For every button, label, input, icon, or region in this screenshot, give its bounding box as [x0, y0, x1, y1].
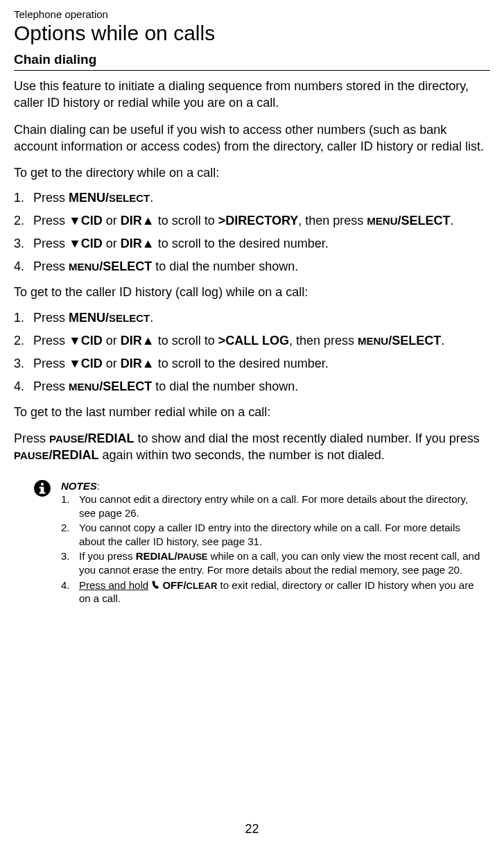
redial-paragraph: Press PAUSE/REDIAL to show and dial the …	[14, 430, 490, 464]
page-number: 22	[0, 822, 504, 837]
list-item: 2. Press ▼CID or DIR▲ to scroll to >CALL…	[14, 334, 490, 348]
calllog-steps: 1. Press MENU/SELECT. 2. Press ▼CID or D…	[14, 311, 490, 394]
list-item: 1. Press MENU/SELECT.	[14, 311, 490, 325]
list-text: Press ▼CID or DIR▲ to scroll to the desi…	[33, 357, 490, 371]
notes-block: NOTES: 1. You cannot edit a directory en…	[14, 479, 490, 607]
list-text: Press ▼CID or DIR▲ to scroll to >DIRECTO…	[33, 214, 490, 228]
list-text: Press ▼CID or DIR▲ to scroll to >CALL LO…	[33, 334, 490, 348]
intro-paragraph-2: Chain dialing can be useful if you wish …	[14, 121, 490, 155]
list-number: 4.	[14, 379, 33, 394]
list-number: 4.	[14, 259, 33, 274]
list-text: Press MENU/SELECT to dial the number sho…	[33, 379, 490, 394]
list-number: 1.	[14, 191, 33, 205]
section-label: Telephone operation	[14, 8, 490, 20]
list-item: 4. Press MENU/SELECT to dial the number …	[14, 259, 490, 274]
list-text: Press MENU/SELECT.	[33, 191, 490, 205]
list-text: Press MENU/SELECT.	[33, 311, 490, 325]
info-icon	[33, 479, 51, 497]
list-item: 3. Press ▼CID or DIR▲ to scroll to the d…	[14, 357, 490, 371]
list-number: 3.	[14, 357, 33, 371]
list-text: Press MENU/SELECT to dial the number sho…	[33, 259, 490, 274]
notes-item: 3. If you press REDIAL/PAUSE while on a …	[61, 549, 483, 576]
svg-rect-4	[40, 492, 46, 493]
list-number: 1.	[14, 311, 33, 325]
svg-rect-3	[40, 487, 42, 488]
subsection-heading: Chain dialing	[14, 52, 490, 71]
list-number: 2.	[14, 214, 33, 228]
notes-item: 2. You cannot copy a caller ID entry int…	[61, 521, 483, 548]
notes-item: 4. Press and hold OFF/CLEAR to exit redi…	[61, 578, 483, 606]
directory-lead: To get to the directory while on a call:	[14, 164, 490, 181]
notes-heading: NOTES	[61, 480, 97, 492]
calllog-lead: To get to the caller ID history (call lo…	[14, 284, 490, 300]
notes-item: 1. You cannot edit a directory entry whi…	[61, 492, 483, 520]
page-title: Options while on calls	[14, 22, 490, 45]
directory-steps: 1. Press MENU/SELECT. 2. Press ▼CID or D…	[14, 191, 490, 274]
svg-point-1	[41, 483, 44, 486]
list-text: Press ▼CID or DIR▲ to scroll to the desi…	[33, 237, 490, 251]
list-item: 4. Press MENU/SELECT to dial the number …	[14, 379, 490, 394]
list-number: 2.	[14, 334, 33, 348]
list-item: 1. Press MENU/SELECT.	[14, 191, 490, 205]
list-item: 2. Press ▼CID or DIR▲ to scroll to >DIRE…	[14, 214, 490, 228]
redial-lead: To get to the last number redial while o…	[14, 404, 490, 420]
intro-paragraph-1: Use this feature to initiate a dialing s…	[14, 78, 490, 112]
list-number: 3.	[14, 237, 33, 251]
phone-icon	[151, 581, 159, 590]
list-item: 3. Press ▼CID or DIR▲ to scroll to the d…	[14, 237, 490, 251]
